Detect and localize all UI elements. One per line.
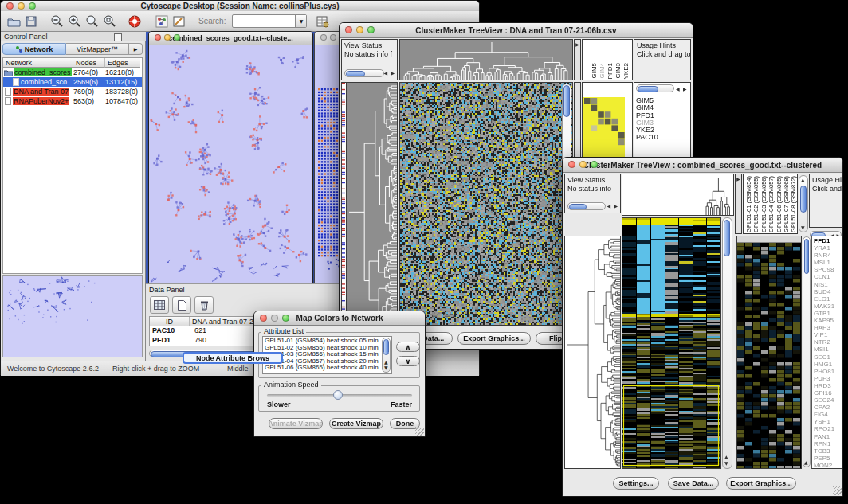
scroll-left-icon[interactable]: ◀ xyxy=(383,70,387,76)
search-input[interactable]: ▼ xyxy=(232,14,307,28)
scrollbar-thumb[interactable] xyxy=(383,339,389,355)
table-row-selected[interactable]: combined_sco 2569(6) 13112(15) xyxy=(3,77,142,87)
zoom-window-icon[interactable] xyxy=(29,2,36,10)
settings-button[interactable]: Settings... xyxy=(613,477,659,490)
gene-label[interactable]: PAN1 xyxy=(814,433,834,440)
expand-right-icon[interactable]: ▶ xyxy=(736,176,741,182)
minimize-icon[interactable] xyxy=(271,315,278,322)
column-label[interactable]: GPL51-03 (GSM856) xyxy=(760,176,768,232)
annotation-icon[interactable] xyxy=(171,14,187,29)
zoom-window-icon[interactable] xyxy=(282,315,289,322)
column-label[interactable]: GPL51-02 (GSM855) xyxy=(752,176,760,232)
heatmap-panel[interactable]: ▲ ▼ xyxy=(399,82,573,326)
col-nodes[interactable]: Nodes xyxy=(73,58,105,68)
treeview2-titlebar[interactable]: ClusterMaker TreeView : combined_scores_… xyxy=(563,158,842,173)
heatmap-vscrollbar[interactable]: ▲ ▼ xyxy=(722,217,732,469)
row-dendrogram-panel[interactable] xyxy=(347,82,398,326)
resize-grip[interactable] xyxy=(415,427,424,436)
gene-label[interactable]: YSH1 xyxy=(814,418,834,425)
gene-label[interactable]: HRD3 xyxy=(814,382,834,389)
gene-label[interactable]: ELG1 xyxy=(814,295,834,303)
gene-label[interactable]: MAK31 xyxy=(814,303,834,310)
resize-grip[interactable] xyxy=(833,486,842,495)
col-network[interactable]: Network xyxy=(3,58,73,68)
gene-label[interactable]: PUF3 xyxy=(814,375,834,382)
col-edges[interactable]: Edges xyxy=(105,58,140,68)
zoom-window-icon[interactable] xyxy=(174,34,180,41)
gene-label[interactable]: MON2 xyxy=(814,462,834,469)
dialog-titlebar[interactable]: Map Colors to Network xyxy=(254,311,425,326)
column-label[interactable]: GIM4 xyxy=(599,63,606,79)
scrollbar-thumb[interactable] xyxy=(800,186,807,213)
speed-slider-thumb[interactable] xyxy=(333,390,343,400)
gene-label[interactable]: YRA1 xyxy=(814,244,834,252)
gene-label[interactable]: GPI16 xyxy=(814,389,834,397)
scrollbar-thumb[interactable] xyxy=(346,71,365,77)
detail-heatmap-panel[interactable] xyxy=(736,236,802,469)
save-data-button[interactable]: Save Data... xyxy=(668,477,719,490)
save-icon[interactable] xyxy=(23,14,39,29)
network-view-titlebar[interactable]: combined_scores_good.txt--cluste... xyxy=(149,32,312,45)
zoom-window-icon[interactable] xyxy=(591,161,598,168)
labels-hscrollbar[interactable] xyxy=(636,84,674,92)
scroll-down-icon[interactable]: ▼ xyxy=(724,460,728,467)
row-dendrogram-panel[interactable] xyxy=(564,236,621,469)
row-label[interactable]: PAC10 xyxy=(636,134,658,141)
close-icon[interactable] xyxy=(260,315,267,322)
scroll-down-icon[interactable]: ▲ xyxy=(804,459,808,466)
column-label[interactable]: GIM5 xyxy=(591,63,598,79)
gene-label[interactable]: NTR2 xyxy=(814,338,834,346)
minimize-icon[interactable] xyxy=(18,2,25,10)
scroll-left-icon[interactable]: ◀ xyxy=(607,203,610,209)
gene-label[interactable]: HAP3 xyxy=(814,324,834,331)
attribute-item[interactable]: GPL51-07 (GSM868) heat shock 60 min xyxy=(265,372,379,374)
attribute-table-icon[interactable] xyxy=(315,14,331,29)
column-label[interactable]: GPL51-08 (GSM872) xyxy=(790,176,797,232)
close-icon[interactable] xyxy=(320,34,327,41)
gene-label[interactable]: BUD4 xyxy=(814,288,834,295)
gene-label[interactable]: NIS1 xyxy=(814,281,834,288)
zoom-fit-icon[interactable] xyxy=(101,14,117,29)
column-label[interactable]: PFD1 xyxy=(607,63,614,79)
table-row[interactable]: DNA and Tran 07 769(0) 183728(0) xyxy=(3,87,142,96)
zoom-selected-icon[interactable] xyxy=(84,14,100,29)
column-dendrogram-panel[interactable] xyxy=(622,174,734,216)
move-up-button[interactable]: ∧ xyxy=(396,342,420,352)
gene-label[interactable]: PHO81 xyxy=(814,368,834,375)
scroll-right-icon[interactable]: ▶ xyxy=(614,203,618,209)
gene-label[interactable]: SEC1 xyxy=(814,354,834,361)
column-label[interactable]: GIM3 xyxy=(614,63,622,79)
search-dropdown-icon[interactable]: ▼ xyxy=(295,15,306,27)
gene-label[interactable]: RPO21 xyxy=(814,425,834,432)
table-row[interactable]: RNAPuberNov2+ 563(0) 107847(0) xyxy=(3,96,142,106)
minimize-icon[interactable] xyxy=(330,34,336,41)
splitter-strip[interactable]: ▶ xyxy=(735,174,742,234)
id-column-header[interactable]: ID xyxy=(150,317,190,326)
gene-label[interactable]: SEC24 xyxy=(814,397,834,404)
float-panel-icon[interactable] xyxy=(114,33,122,41)
open-file-icon[interactable] xyxy=(6,14,22,29)
tab-vizmapper[interactable]: VizMapper™ xyxy=(66,43,129,55)
gene-label[interactable]: VIP1 xyxy=(814,331,834,338)
export-graphics-button[interactable]: Export Graphics... xyxy=(457,332,531,345)
gene-label[interactable]: RPN1 xyxy=(814,440,834,447)
scrollbar-thumb[interactable] xyxy=(638,86,658,92)
tab-overflow-icon[interactable]: ▶ xyxy=(129,43,143,55)
delete-attribute-trash-icon[interactable] xyxy=(194,296,214,314)
select-attributes-icon[interactable] xyxy=(150,296,169,314)
scrollbar-thumb[interactable] xyxy=(563,85,570,117)
close-icon[interactable] xyxy=(155,34,161,41)
column-dendrogram-panel[interactable] xyxy=(399,39,573,80)
close-icon[interactable] xyxy=(6,2,14,10)
zoom-out-icon[interactable] xyxy=(49,14,65,29)
scroll-down-icon[interactable]: ▼ xyxy=(801,225,805,231)
gene-label[interactable]: TCB3 xyxy=(814,447,834,455)
minimize-icon[interactable] xyxy=(356,26,363,33)
gene-label[interactable]: SPC98 xyxy=(814,266,834,273)
gene-label[interactable]: PEP5 xyxy=(814,455,834,462)
scroll-right-icon[interactable]: ▶ xyxy=(391,70,395,76)
animate-vizmap-button[interactable]: Animate Vizmap xyxy=(269,418,323,429)
minimize-icon[interactable] xyxy=(164,34,171,41)
new-attribute-icon[interactable] xyxy=(172,296,191,314)
cytoscape-titlebar[interactable]: Cytoscape Desktop (Session Name: collins… xyxy=(1,1,479,12)
